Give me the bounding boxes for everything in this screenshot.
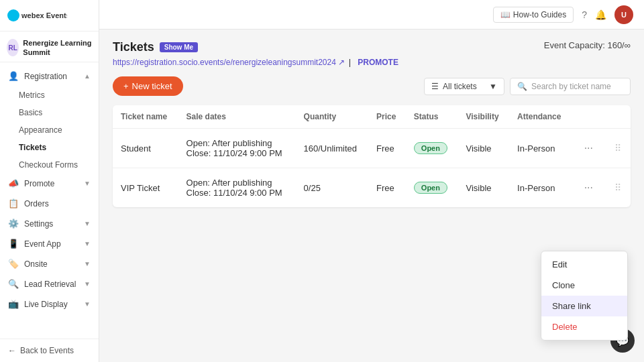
lead-retrieval-icon: 🔍 <box>8 279 19 290</box>
sidebar-item-onsite[interactable]: 🏷️ Onsite ▼ <box>0 254 99 274</box>
logo-area: webex Events <box>0 0 99 32</box>
chevron-down-icon-3: ▼ <box>84 240 91 247</box>
sidebar-item-settings[interactable]: ⚙️ Settings ▼ <box>0 214 99 234</box>
how-to-guides-label: How-to Guides <box>513 10 566 19</box>
sidebar-item-onsite-label: Onsite <box>24 259 48 269</box>
ticket-price-student: Free <box>368 129 406 168</box>
back-to-events[interactable]: ← Back to Events <box>0 339 99 362</box>
promote-link[interactable]: PROMOTE <box>358 58 398 67</box>
event-url-link[interactable]: https://registration.socio.events/e/rene… <box>113 58 345 67</box>
sidebar-item-settings-label: Settings <box>24 219 53 229</box>
context-menu-share-link[interactable]: Share link <box>541 296 627 316</box>
context-menu: Edit Clone Share link Delete <box>541 251 628 341</box>
col-attendance: Attendance <box>509 105 572 129</box>
promote-icon: 📣 <box>8 178 19 189</box>
webex-logo: webex Events <box>7 8 67 23</box>
sidebar-item-event-app[interactable]: 📱 Event App ▼ <box>0 234 99 254</box>
page-header: Tickets Show Me https://registration.soc… <box>113 40 631 67</box>
ticket-visibility-vip: Visible <box>458 168 509 208</box>
ticket-price-vip: Free <box>368 168 406 208</box>
sidebar-item-orders-label: Orders <box>24 199 49 208</box>
sidebar-item-live-display-label: Live Display <box>24 300 68 309</box>
sidebar-item-registration-label: Registration <box>24 72 67 81</box>
page-title-area: Tickets Show Me https://registration.soc… <box>113 40 398 67</box>
orders-icon: 📋 <box>8 198 19 209</box>
dropdown-chevron-icon: ▼ <box>489 82 497 91</box>
registration-icon: 👤 <box>8 71 19 82</box>
col-quantity: Quantity <box>296 105 368 129</box>
bell-icon[interactable]: 🔔 <box>595 9 606 20</box>
chevron-down-icon-6: ▼ <box>84 300 91 308</box>
onsite-icon: 🏷️ <box>8 259 19 269</box>
chevron-up-icon: ▲ <box>84 72 91 80</box>
svg-text:webex Events: webex Events <box>21 11 67 19</box>
sidebar-item-appearance[interactable]: Appearance <box>0 121 99 139</box>
drag-handle-student[interactable]: ⠿ <box>614 143 621 154</box>
sidebar-item-event-app-label: Event App <box>24 239 61 249</box>
sidebar-item-orders[interactable]: 📋 Orders <box>0 194 99 214</box>
ticket-drag-student: ⠿ <box>606 129 631 168</box>
book-icon: 📖 <box>500 10 511 19</box>
show-me-badge[interactable]: Show Me <box>160 42 198 52</box>
tickets-table: Ticket name Sale dates Quantity Price St… <box>113 105 631 207</box>
how-to-guides-button[interactable]: 📖 How-to Guides <box>493 7 574 23</box>
more-options-student[interactable]: ··· <box>580 141 597 155</box>
page-content: Tickets Show Me https://registration.soc… <box>99 29 644 362</box>
chevron-down-icon-5: ▼ <box>84 280 91 288</box>
col-sale-dates: Sale dates <box>178 105 296 129</box>
sidebar-item-lead-retrieval-label: Lead Retrieval <box>24 280 76 289</box>
sidebar-item-live-display[interactable]: 📺 Live Display ▼ <box>0 294 99 314</box>
org-avatar: RL <box>7 39 19 56</box>
search-placeholder: Search by ticket name <box>531 82 611 91</box>
context-menu-delete[interactable]: Delete <box>541 316 627 337</box>
ticket-status-vip: Open <box>406 168 458 208</box>
chevron-down-icon-2: ▼ <box>84 220 91 227</box>
ticket-drag-vip: ⠿ <box>606 168 631 208</box>
sidebar-item-promote[interactable]: 📣 Promote ▼ <box>0 174 99 194</box>
org-section: RL Renergize Learning Summit <box>0 32 99 62</box>
context-menu-clone[interactable]: Clone <box>541 275 627 296</box>
topbar: 📖 How-to Guides ? 🔔 U <box>99 0 644 29</box>
main-content: 📖 How-to Guides ? 🔔 U Tickets Show Me ht… <box>99 0 644 362</box>
sidebar-item-lead-retrieval[interactable]: 🔍 Lead Retrieval ▼ <box>0 274 99 294</box>
sale-close-student: Close: 11/10/24 9:00 PM <box>186 148 288 158</box>
new-ticket-button[interactable]: + New ticket <box>113 76 183 96</box>
col-status: Status <box>406 105 458 129</box>
table-row: Student Open: After publishing Close: 11… <box>113 129 631 168</box>
toolbar: + New ticket ☰ All tickets ▼ 🔍 Search by… <box>113 76 631 96</box>
event-app-icon: 📱 <box>8 239 19 249</box>
all-tickets-dropdown[interactable]: ☰ All tickets ▼ <box>424 78 504 95</box>
sidebar-item-tickets[interactable]: Tickets <box>0 139 99 156</box>
more-options-vip[interactable]: ··· <box>580 180 597 194</box>
search-box[interactable]: 🔍 Search by ticket name <box>510 78 631 95</box>
col-ticket-name: Ticket name <box>113 105 178 129</box>
sidebar-item-checkout-forms[interactable]: Checkout Forms <box>0 156 99 174</box>
filter-area: ☰ All tickets ▼ 🔍 Search by ticket name <box>424 78 631 95</box>
sidebar-item-metrics[interactable]: Metrics <box>0 86 99 104</box>
sidebar: webex Events RL Renergize Learning Summi… <box>0 0 99 362</box>
pipe-separator: | <box>349 57 351 67</box>
ticket-sale-dates-student: Open: After publishing Close: 11/10/24 9… <box>178 129 296 168</box>
col-visibility: Visibility <box>458 105 509 129</box>
user-avatar[interactable]: U <box>614 5 633 24</box>
ticket-status-student: Open <box>406 129 458 168</box>
back-to-events-label: Back to Events <box>20 346 74 355</box>
status-badge-vip: Open <box>414 182 447 194</box>
nav-section: 👤 Registration ▲ Metrics Basics Appearan… <box>0 62 99 318</box>
sidebar-item-registration[interactable]: 👤 Registration ▲ <box>0 66 99 86</box>
chevron-down-icon: ▼ <box>84 180 91 187</box>
help-icon[interactable]: ? <box>582 9 587 20</box>
plus-icon: + <box>123 81 129 91</box>
chevron-down-icon-4: ▼ <box>84 260 91 267</box>
settings-icon: ⚙️ <box>8 219 19 229</box>
external-link-icon: ↗ <box>338 58 345 67</box>
ticket-actions-vip: ··· <box>572 168 607 208</box>
col-drag <box>606 105 631 129</box>
event-capacity: Event Capacity: 160/∞ <box>544 40 631 50</box>
drag-handle-vip[interactable]: ⠿ <box>614 182 621 193</box>
col-price: Price <box>368 105 406 129</box>
ticket-name-student: Student <box>113 129 178 168</box>
context-menu-edit[interactable]: Edit <box>541 254 627 275</box>
sidebar-item-basics[interactable]: Basics <box>0 104 99 121</box>
table-row: VIP Ticket Open: After publishing Close:… <box>113 168 631 208</box>
